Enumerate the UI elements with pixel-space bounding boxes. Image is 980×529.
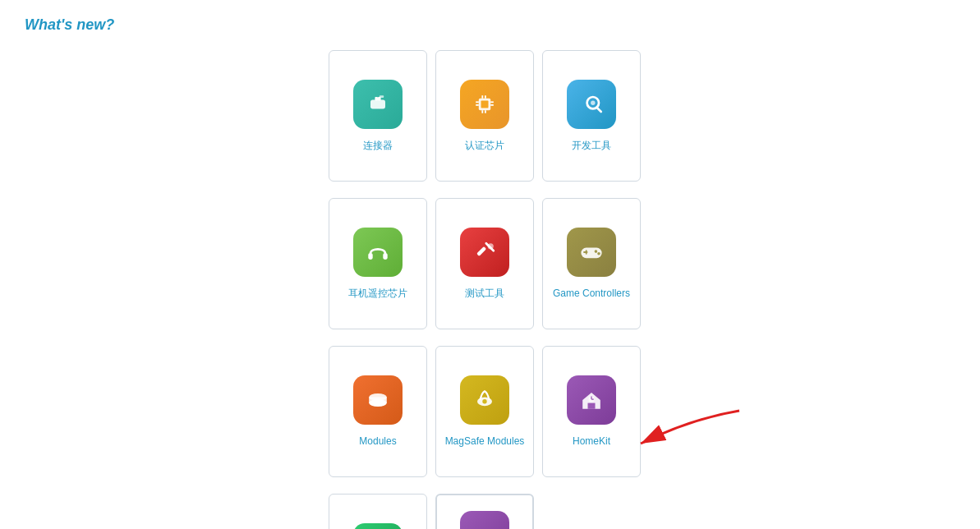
svg-rect-18 [383, 252, 387, 259]
modules-label: Modules [359, 435, 396, 448]
gymkit-icon [353, 523, 403, 529]
homekit-label: HomeKit [573, 435, 610, 448]
category-item-connector[interactable]: 连接器 [329, 50, 427, 182]
devtool-icon [567, 80, 616, 129]
category-item-homekit[interactable]: HomeKit [542, 346, 641, 477]
svg-rect-24 [583, 251, 587, 253]
gamecontroller-label: Game Controllers [553, 287, 630, 301]
headphone-label: 耳机遥控芯片 [348, 287, 407, 301]
headphone-icon [353, 228, 403, 277]
chip-label: 认证芯片 [465, 139, 504, 153]
svg-point-26 [597, 252, 600, 255]
homekit-icon [567, 375, 616, 425]
svg-rect-17 [368, 252, 372, 259]
category-item-gamecontroller[interactable]: Game Controllers [542, 198, 641, 329]
svg-rect-20 [476, 246, 486, 255]
sysreview-icon [460, 511, 509, 529]
svg-point-25 [595, 250, 598, 253]
category-item-devtool[interactable]: 开发工具 [542, 50, 641, 182]
page-title: What's new? [25, 16, 955, 34]
svg-point-21 [488, 243, 494, 249]
magsafe-label: MagSafe Modules [445, 435, 525, 448]
svg-rect-5 [481, 100, 489, 108]
page-container: What's new? 连接器 [0, 0, 980, 529]
svg-rect-0 [370, 99, 385, 108]
category-grid: 连接器 认证芯片 [329, 50, 955, 529]
category-item-chip[interactable]: 认证芯片 [435, 50, 534, 182]
category-item-headphone[interactable]: 耳机遥控芯片 [329, 198, 427, 329]
magsafe-icon [460, 375, 509, 425]
connector-icon [353, 80, 403, 129]
category-item-sysreview[interactable]: System Review and Supplier Responsibilit… [435, 494, 534, 529]
devtool-label: 开发工具 [572, 139, 611, 153]
gamecontroller-icon [567, 228, 616, 277]
category-item-modules[interactable]: Modules [329, 346, 427, 477]
testtool-icon [460, 228, 509, 277]
svg-point-29 [369, 399, 387, 407]
modules-icon [353, 375, 403, 425]
category-item-gymkit[interactable]: GymKit [329, 494, 427, 529]
svg-rect-3 [380, 95, 384, 98]
svg-point-31 [482, 399, 486, 403]
svg-line-15 [596, 107, 600, 111]
category-item-testtool[interactable]: 测试工具 [435, 198, 534, 329]
testtool-label: 测试工具 [465, 287, 504, 301]
connector-label: 连接器 [363, 139, 393, 153]
svg-point-16 [591, 100, 595, 104]
chip-icon [460, 80, 509, 129]
svg-rect-1 [375, 97, 378, 101]
category-item-magsafe[interactable]: MagSafe Modules [435, 346, 534, 477]
